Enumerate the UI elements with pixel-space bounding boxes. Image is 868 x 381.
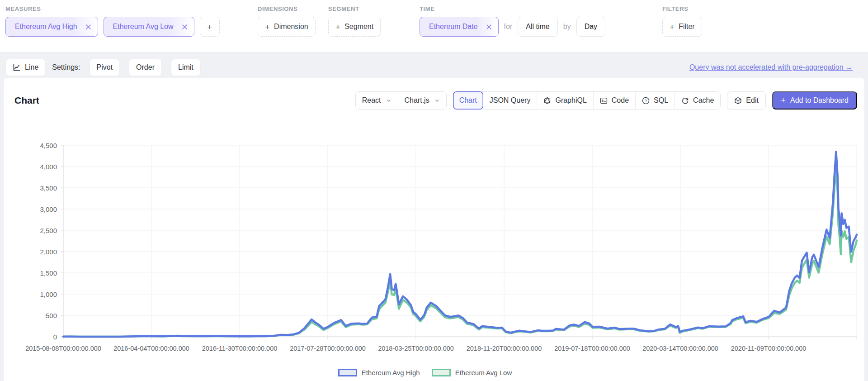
tab-label: Cache [693, 96, 714, 105]
time-label: TIME [420, 5, 605, 12]
tab-json-query[interactable]: JSON Query [483, 92, 537, 109]
x-axis-tick-label: 2020-11-09T00:00:00.000 [717, 345, 821, 352]
add-segment-button[interactable]: + Segment [328, 17, 381, 37]
legend-item-ethereum-avg-low[interactable]: Ethereum Avg Low [432, 369, 512, 376]
legend-item-ethereum-avg-high[interactable]: Ethereum Avg High [338, 369, 420, 376]
tab-code[interactable]: Code [593, 92, 635, 109]
granularity-button[interactable]: Day [576, 17, 605, 37]
measure-chip[interactable]: Ethereum Avg High [5, 17, 98, 37]
tab-sql[interactable]: ?SQL [635, 92, 675, 109]
for-label: for [504, 23, 513, 31]
framework-library-selects: React Chart.js [355, 91, 447, 110]
y-axis-tick-label: 3,000 [4, 205, 57, 213]
question-circle-icon: ? [642, 97, 650, 105]
chart-controls-row: Line Settings: PivotOrderLimit Query was… [5, 59, 853, 76]
filters-label: FILTERS [662, 5, 702, 12]
add-to-dashboard-label: Add to Dashboard [790, 96, 849, 105]
settings-order-button[interactable]: Order [129, 59, 162, 76]
y-axis-tick-label: 2,000 [4, 248, 57, 256]
chart-type-label: Line [25, 63, 38, 71]
edit-button[interactable]: Edit [727, 91, 766, 110]
plus-icon: + [781, 95, 786, 105]
remove-time-dimension-icon[interactable] [486, 24, 492, 30]
add-dimension-button[interactable]: + Dimension [258, 17, 316, 37]
measure-chip[interactable]: Ethereum Avg Low [104, 17, 194, 37]
y-axis-tick-label: 0 [4, 333, 57, 341]
cube-icon [734, 97, 742, 105]
tab-label: Chart [459, 96, 477, 105]
time-section: TIME Ethereum Date for All time by Day [420, 5, 605, 37]
chevron-down-icon [386, 98, 392, 103]
add-measure-button[interactable]: + [200, 17, 220, 37]
preaggregation-link[interactable]: Query was not accelerated with pre-aggre… [689, 63, 853, 71]
chart-plot-area[interactable] [63, 145, 857, 337]
plus-icon: + [265, 23, 270, 31]
plus-icon: + [207, 23, 212, 31]
graphql-icon [543, 97, 551, 105]
chart-legend: Ethereum Avg HighEthereum Avg Low [4, 369, 846, 376]
line-chart: 05001,0001,5002,0002,5003,0003,5004,0004… [4, 145, 864, 381]
chart-card-header: Chart React Chart.js ChartJSON QueryGrap… [14, 91, 857, 110]
tab-label: Code [612, 96, 629, 105]
legend-swatch [432, 369, 451, 376]
framework-select-value: React [362, 96, 381, 105]
svg-text:?: ? [645, 98, 647, 103]
tab-label: GraphiQL [555, 96, 586, 105]
measure-chip-label: Ethereum Avg Low [113, 23, 174, 31]
y-axis-tick-label: 500 [4, 312, 57, 319]
query-builder-toolbar: MEASURES Ethereum Avg HighEthereum Avg L… [0, 0, 868, 52]
tab-graphiql[interactable]: GraphiQL [537, 92, 593, 109]
add-filter-button[interactable]: + Filter [662, 17, 702, 37]
y-axis-tick-label: 3,500 [4, 184, 57, 192]
measure-chip-label: Ethereum Avg High [15, 23, 77, 31]
y-axis-tick-label: 2,500 [4, 227, 57, 234]
chevron-down-icon [434, 98, 440, 103]
framework-select[interactable]: React [356, 92, 398, 109]
add-to-dashboard-button[interactable]: + Add to Dashboard [772, 91, 857, 110]
measures-section: MEASURES Ethereum Avg HighEthereum Avg L… [5, 5, 220, 37]
plus-icon: + [670, 23, 675, 31]
dimensions-label: DIMENSIONS [258, 5, 316, 12]
by-label: by [563, 23, 571, 31]
refresh-icon [681, 97, 689, 105]
y-axis-tick-label: 4,500 [4, 142, 57, 149]
remove-measure-icon[interactable] [85, 24, 91, 30]
legend-swatch [338, 369, 357, 376]
tab-cache[interactable]: Cache [675, 92, 720, 109]
add-filter-label: Filter [679, 23, 695, 31]
chart-type-button[interactable]: Line [5, 59, 46, 76]
measures-label: MEASURES [5, 5, 220, 12]
legend-label: Ethereum Avg High [362, 369, 420, 376]
time-dimension-chip[interactable]: Ethereum Date [420, 17, 499, 37]
y-axis-tick-label: 4,000 [4, 163, 57, 171]
time-dimension-chip-label: Ethereum Date [429, 23, 478, 31]
library-select-value: Chart.js [405, 96, 429, 105]
date-range-button[interactable]: All time [518, 17, 557, 37]
legend-label: Ethereum Avg Low [455, 369, 512, 376]
y-axis-tick-label: 1,000 [4, 291, 57, 298]
library-select[interactable]: Chart.js [398, 92, 446, 109]
remove-measure-icon[interactable] [182, 24, 188, 30]
segment-label: SEGMENT [328, 5, 381, 12]
settings-label: Settings: [52, 63, 80, 71]
tab-chart[interactable]: Chart [453, 91, 483, 110]
plus-icon: + [335, 23, 340, 31]
segment-section: SEGMENT + Segment [328, 5, 381, 37]
tab-label: SQL [654, 96, 668, 105]
y-axis-tick-label: 1,500 [4, 269, 57, 277]
filters-section: FILTERS + Filter [662, 5, 702, 37]
edit-button-label: Edit [746, 96, 759, 105]
chart-card-title: Chart [14, 95, 39, 106]
line-chart-icon [13, 63, 21, 71]
dimensions-section: DIMENSIONS + Dimension [258, 5, 316, 37]
settings-pivot-button[interactable]: Pivot [90, 59, 120, 76]
add-segment-label: Segment [344, 23, 373, 31]
terminal-icon [600, 97, 608, 105]
add-dimension-label: Dimension [274, 23, 308, 31]
settings-limit-button[interactable]: Limit [171, 59, 201, 76]
chart-card: Chart React Chart.js ChartJSON QueryGrap… [4, 78, 864, 381]
tab-label: JSON Query [490, 96, 531, 105]
view-tabs-group: ChartJSON QueryGraphiQLCode?SQLCache [453, 91, 721, 110]
